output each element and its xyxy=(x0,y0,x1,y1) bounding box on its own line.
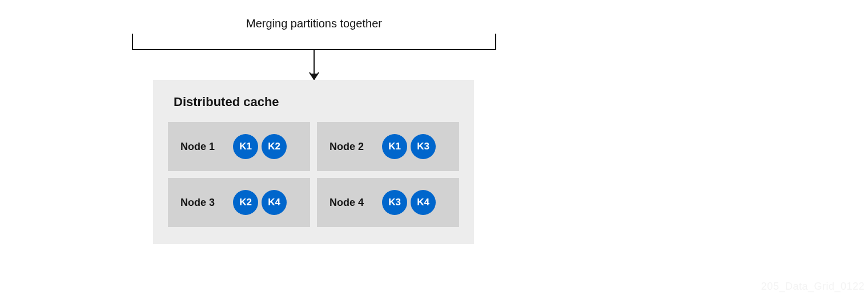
node-1: Node 1 K1 K2 xyxy=(168,122,310,171)
key-badge: K3 xyxy=(411,134,436,159)
node-keys: K2 K4 xyxy=(233,190,287,215)
key-badge: K2 xyxy=(233,190,258,215)
node-4: Node 4 K3 K4 xyxy=(317,178,459,227)
node-keys: K3 K4 xyxy=(382,190,436,215)
node-label: Node 4 xyxy=(329,197,368,209)
key-badge: K4 xyxy=(411,190,436,215)
node-label: Node 3 xyxy=(180,197,219,209)
bracket-arrow-icon xyxy=(131,33,497,84)
key-badge: K4 xyxy=(262,190,287,215)
bracket-label: Merging partitions together xyxy=(131,17,497,30)
cache-title: Distributed cache xyxy=(174,95,459,110)
node-3: Node 3 K2 K4 xyxy=(168,178,310,227)
node-grid: Node 1 K1 K2 Node 2 K1 K3 Node 3 K2 K4 N… xyxy=(168,122,459,227)
node-2: Node 2 K1 K3 xyxy=(317,122,459,171)
key-badge: K1 xyxy=(233,134,258,159)
watermark-text: 205_Data_Grid_0122 xyxy=(761,281,865,293)
key-badge: K3 xyxy=(382,190,407,215)
merge-bracket: Merging partitions together xyxy=(131,17,497,84)
node-label: Node 2 xyxy=(329,141,368,153)
node-label: Node 1 xyxy=(180,141,219,153)
key-badge: K1 xyxy=(382,134,407,159)
node-keys: K1 K2 xyxy=(233,134,287,159)
key-badge: K2 xyxy=(262,134,287,159)
distributed-cache-panel: Distributed cache Node 1 K1 K2 Node 2 K1… xyxy=(153,80,474,244)
node-keys: K1 K3 xyxy=(382,134,436,159)
